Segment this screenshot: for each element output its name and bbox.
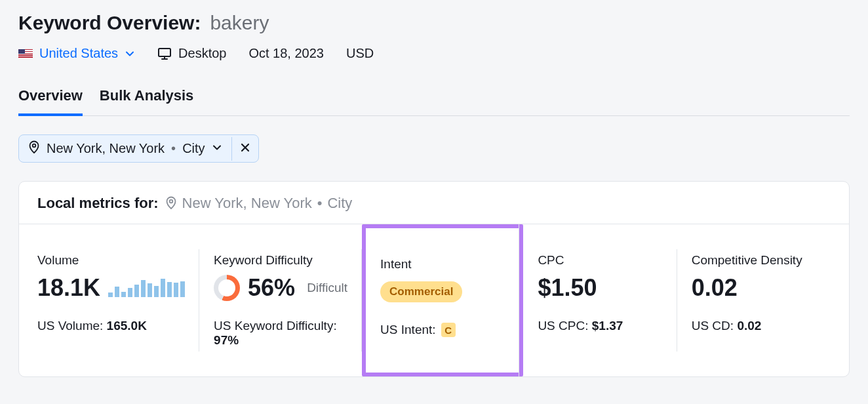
panel-lead: Local metrics for:: [37, 195, 159, 212]
pin-icon: [28, 140, 40, 157]
metric-cpc: CPC $1.50 US CPC: $1.37: [523, 253, 677, 348]
metric-intent-sub-label: US Intent:: [380, 323, 436, 337]
currency-indicator: USD: [346, 46, 374, 61]
svg-rect-0: [159, 49, 170, 56]
metric-cd-sub-value: 0.02: [737, 319, 761, 333]
metric-kd-sub-value: 97%: [214, 333, 239, 347]
tabs: Overview Bulk Analysis: [18, 87, 850, 116]
panel-location: New York, New York • City: [165, 195, 353, 212]
chevron-down-icon: [212, 141, 222, 156]
date-indicator: Oct 18, 2023: [248, 46, 324, 61]
page-title-prefix: Keyword Overview:: [18, 12, 201, 34]
location-filter-dropdown[interactable]: New York, New York • City: [19, 135, 231, 162]
country-selector[interactable]: United States: [18, 46, 135, 61]
intent-badge: Commercial: [380, 281, 462, 302]
metric-cpc-sub-value: $1.37: [592, 319, 623, 333]
device-indicator: Desktop: [157, 46, 226, 61]
close-icon: [240, 142, 250, 155]
metric-volume-sub-label: US Volume:: [37, 319, 103, 333]
metric-intent-sub: US Intent: C: [380, 323, 505, 337]
svg-point-1: [33, 144, 36, 148]
metric-cd-value: 0.02: [692, 274, 738, 302]
separator-dot: •: [317, 195, 323, 212]
country-name: United States: [39, 46, 118, 61]
metric-intent: Intent Commercial US Intent: C: [362, 224, 523, 376]
us-flag-icon: [18, 49, 33, 58]
metric-cpc-value: $1.50: [538, 274, 597, 302]
filter-row: New York, New York • City: [18, 134, 850, 163]
local-metrics-panel: Local metrics for: New York, New York • …: [18, 181, 850, 377]
panel-location-type: City: [327, 195, 352, 212]
intent-small-badge: C: [441, 323, 456, 337]
metric-kd-value-row: 56% Difficult: [214, 273, 347, 303]
location-filter: New York, New York • City: [18, 134, 259, 163]
panel-location-name: New York, New York: [182, 195, 312, 212]
metric-volume: Volume 18.1K US Volume: 165.0K: [37, 253, 199, 348]
metric-cd-label: Competitive Density: [692, 253, 816, 268]
chevron-down-icon: [125, 49, 135, 59]
volume-trend-sparkline: [108, 279, 185, 297]
page-title-row: Keyword Overview: bakery: [18, 0, 850, 34]
tab-overview[interactable]: Overview: [18, 87, 83, 116]
metric-kd: Keyword Difficulty 56% Difficult US Keyw…: [199, 253, 362, 348]
metric-kd-sub: US Keyword Difficulty: 97%: [214, 319, 347, 348]
metric-volume-value: 18.1K: [37, 274, 100, 302]
kd-ring-icon: [214, 275, 240, 301]
date-label: Oct 18, 2023: [248, 46, 324, 61]
metrics-row: Volume 18.1K US Volume: 165.0K Keyword D…: [19, 224, 849, 376]
metric-cpc-value-row: $1.50: [538, 273, 662, 303]
metric-kd-value: 56%: [248, 274, 295, 302]
metric-cd-sub: US CD: 0.02: [692, 319, 816, 333]
metric-cpc-sub: US CPC: $1.37: [538, 319, 662, 333]
location-filter-type: City: [182, 141, 205, 156]
panel-header: Local metrics for: New York, New York • …: [19, 182, 849, 224]
desktop-icon: [157, 47, 172, 61]
metric-cd-value-row: 0.02: [692, 273, 816, 303]
metric-volume-sub: US Volume: 165.0K: [37, 319, 185, 333]
metric-kd-label: Keyword Difficulty: [214, 253, 347, 268]
metric-kd-difficulty-label: Difficult: [307, 281, 347, 295]
metric-cpc-label: CPC: [538, 253, 662, 268]
meta-row: United States Desktop Oct 18, 2023 USD: [18, 46, 850, 61]
metric-intent-value-row: Commercial: [380, 277, 505, 307]
metric-cd-sub-label: US CD:: [692, 319, 734, 333]
svg-point-2: [169, 200, 172, 203]
metric-cpc-sub-label: US CPC:: [538, 319, 588, 333]
pin-icon: [165, 196, 177, 213]
clear-filter-button[interactable]: [231, 137, 258, 161]
metric-intent-label: Intent: [380, 257, 505, 272]
currency-label: USD: [346, 46, 374, 61]
page-title-keyword: bakery: [210, 12, 269, 34]
location-filter-name: New York, New York: [47, 141, 165, 156]
metric-volume-sub-value: 165.0K: [107, 319, 147, 333]
separator-dot: •: [171, 141, 176, 156]
device-label: Desktop: [178, 46, 226, 61]
metric-kd-sub-label: US Keyword Difficulty:: [214, 319, 337, 333]
metric-volume-label: Volume: [37, 253, 185, 268]
tab-bulk-analysis[interactable]: Bulk Analysis: [100, 87, 193, 115]
metric-volume-value-row: 18.1K: [37, 273, 185, 303]
metric-cd: Competitive Density 0.02 US CD: 0.02: [677, 253, 831, 348]
